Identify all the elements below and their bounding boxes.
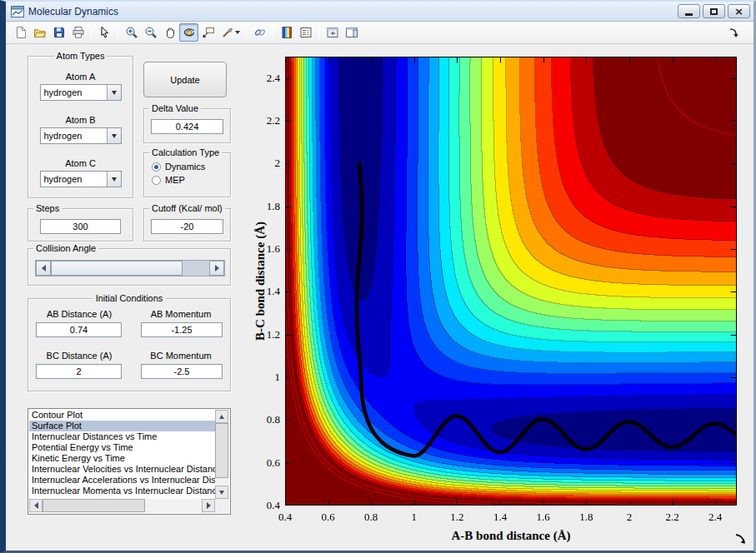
print-figure-button[interactable]: [68, 23, 88, 42]
plot-type-item[interactable]: Kinetic Energy vs Time: [29, 453, 215, 464]
slider-right-arrow-button[interactable]: [209, 261, 224, 276]
atom-c-dropdown[interactable]: hydrogen: [40, 171, 122, 187]
brush-dropdown-caret-icon[interactable]: [235, 31, 240, 34]
radio-label: MEP: [165, 175, 185, 185]
titlebar[interactable]: Molecular Dynamics ×: [6, 2, 753, 22]
x-axis-label: A-B bond distance (Å): [285, 529, 737, 543]
ab-distance-a-label: AB Distance (A): [28, 309, 130, 319]
dropdown-arrow-button[interactable]: [107, 128, 121, 143]
radio-label: Dynamics: [165, 162, 205, 172]
new-figure-button[interactable]: [11, 23, 30, 42]
scroll-down-button[interactable]: [215, 486, 228, 499]
bc-momentum-input[interactable]: [141, 364, 223, 379]
calculation-type-option-mep[interactable]: MEP: [152, 175, 230, 185]
brush-data-button[interactable]: [218, 23, 243, 42]
edit-plot-button[interactable]: [95, 23, 114, 42]
x-tick-label: 1: [393, 511, 435, 524]
chevron-down-icon: [112, 91, 117, 95]
plot-type-item[interactable]: Internuclear Distances vs Time: [29, 431, 215, 442]
plot-type-item[interactable]: Internuclear Accelerations vs Internucle…: [29, 475, 215, 486]
plot-type-listbox[interactable]: Contour PlotSurface PlotInternuclear Dis…: [28, 408, 231, 515]
y-tick-label: 2.2: [250, 114, 280, 127]
resize-grip-icon[interactable]: [733, 532, 747, 549]
radio-icon[interactable]: [152, 162, 161, 172]
scroll-up-button[interactable]: [215, 410, 228, 423]
listbox-horizontal-scrollbar[interactable]: [29, 499, 215, 513]
figure-canvas-area: Atom Types Atom AhydrogenAtom BhydrogenA…: [6, 44, 753, 551]
left-arrow-icon: [42, 265, 46, 272]
data-cursor-icon: [202, 26, 215, 39]
dock-figure-button[interactable]: [724, 23, 743, 42]
toolbar-separator: [118, 25, 118, 40]
vertical-scrollbar-thumb[interactable]: [215, 423, 228, 478]
toolbar-separator: [273, 25, 273, 40]
plot-type-item[interactable]: Internuclear Velocities vs Internuclear …: [29, 464, 215, 475]
right-arrow-icon: [215, 265, 219, 272]
y-tick-label: 2: [250, 157, 280, 170]
close-button[interactable]: ×: [728, 4, 750, 18]
hand-icon: [163, 26, 177, 39]
link-plot-button[interactable]: [250, 23, 269, 42]
data-cursor-button[interactable]: [198, 23, 218, 42]
zoom-out-button[interactable]: [141, 23, 160, 42]
open-file-button[interactable]: [30, 23, 49, 42]
show-plot-tools-button[interactable]: [342, 23, 361, 42]
ab-momentum-input[interactable]: [141, 322, 223, 337]
x-tick-label: 1.4: [479, 511, 521, 524]
slider-thumb[interactable]: [51, 261, 183, 276]
insert-legend-button[interactable]: [296, 23, 315, 42]
calculation-type-option-dynamics[interactable]: Dynamics: [152, 162, 230, 172]
collision-angle-panel: Collision Angle: [28, 248, 231, 286]
new-figure-icon: [14, 26, 28, 39]
plot-type-item[interactable]: Contour Plot: [29, 410, 215, 421]
colorbar-icon: [280, 26, 293, 39]
collision-angle-panel-title: Collision Angle: [33, 243, 98, 254]
dropdown-value: hydrogen: [41, 128, 107, 143]
zoom-out-icon: [144, 26, 158, 39]
atom-c-label: Atom C: [28, 158, 133, 168]
zoom-in-button[interactable]: [122, 23, 141, 42]
minimize-button[interactable]: [678, 4, 700, 18]
plot-type-item[interactable]: Surface Plot: [29, 421, 215, 431]
window-title: Molecular Dynamics: [28, 6, 675, 17]
cutoff-input[interactable]: [151, 219, 223, 234]
dropdown-arrow-button[interactable]: [107, 85, 121, 100]
atom-b-dropdown[interactable]: hydrogen: [40, 127, 122, 144]
atom-a-label: Atom A: [28, 72, 133, 82]
plot-type-item[interactable]: Potential Energy vs Time: [29, 442, 215, 453]
hide-plot-tools-button[interactable]: [323, 23, 342, 42]
update-button[interactable]: Update: [143, 62, 227, 97]
arrow-pointer-icon: [98, 26, 112, 39]
listbox-vertical-scrollbar[interactable]: [215, 410, 229, 499]
save-figure-button[interactable]: [49, 23, 68, 42]
rotate-3d-button[interactable]: [179, 23, 198, 42]
scroll-left-button[interactable]: [29, 499, 43, 512]
delta-value-panel: Delta Value: [143, 108, 231, 143]
calculation-type-panel: Calculation Type DynamicsMEP: [143, 152, 231, 197]
hide-plot-tools-icon: [326, 26, 339, 39]
scroll-right-button[interactable]: [202, 499, 215, 512]
potential-surface-plot[interactable]: [285, 57, 737, 506]
dropdown-arrow-button[interactable]: [107, 172, 121, 187]
toolbar-separator: [246, 25, 247, 40]
ab-distance-a-input[interactable]: [36, 322, 122, 337]
slider-left-arrow-button[interactable]: [36, 261, 51, 276]
radio-icon[interactable]: [152, 176, 161, 185]
x-tick-label: 0.4: [264, 511, 306, 524]
plot-type-item[interactable]: Internuclear Momenta vs Internuclear Dis…: [29, 486, 215, 496]
dropdown-value: hydrogen: [41, 85, 107, 100]
steps-input[interactable]: [40, 219, 121, 234]
pan-button[interactable]: [160, 23, 179, 42]
delta-value-input[interactable]: [151, 119, 223, 134]
collision-angle-slider[interactable]: [35, 260, 225, 276]
maximize-button[interactable]: [703, 4, 725, 18]
atom-a-dropdown[interactable]: hydrogen: [40, 84, 122, 101]
bc-distance-a-input[interactable]: [36, 364, 122, 379]
horizontal-scrollbar-thumb[interactable]: [43, 499, 145, 512]
minimize-icon: [685, 13, 693, 16]
left-arrow-icon: [34, 502, 38, 509]
insert-colorbar-button[interactable]: [277, 23, 296, 42]
x-tick-label: 2: [608, 511, 650, 524]
toolbar-separator: [318, 25, 319, 40]
scrollbar-corner: [215, 499, 229, 513]
